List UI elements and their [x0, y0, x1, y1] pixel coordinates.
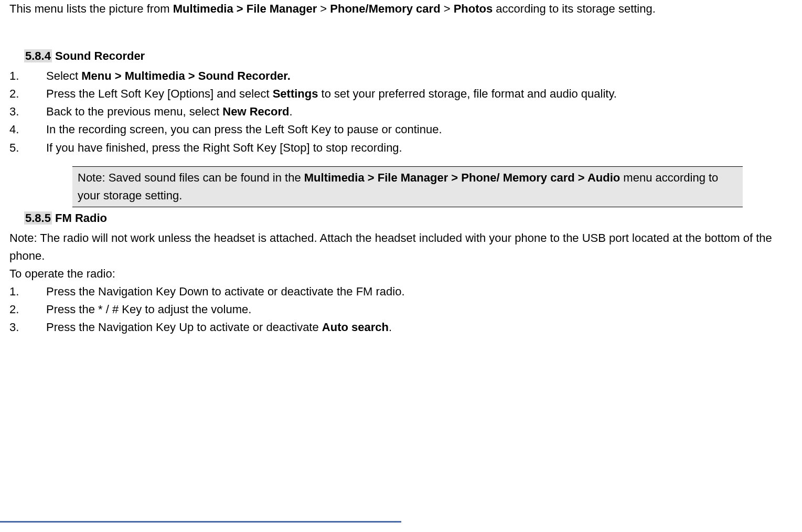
- intro-text-2: >: [317, 2, 330, 15]
- list-text-pre: Back to the previous menu, select: [46, 105, 222, 118]
- intro-bold-2: Phone/Memory card: [330, 2, 440, 15]
- intro-paragraph: This menu lists the picture from Multime…: [9, 0, 793, 18]
- intro-text-1: This menu lists the picture from: [9, 2, 173, 15]
- list-number: 3.: [9, 318, 46, 336]
- intro-text-3: >: [441, 2, 454, 15]
- list-text-pre: Press the Navigation Key Up to activate …: [46, 321, 322, 334]
- list-text-post: .: [289, 105, 292, 118]
- list-number: 4.: [9, 121, 46, 139]
- list-text-pre: Press the Navigation Key Down to activat…: [46, 285, 405, 298]
- list-text-post: .: [389, 321, 392, 334]
- list-body: If you have finished, press the Right So…: [46, 139, 793, 157]
- list-number: 5.: [9, 139, 46, 157]
- list-item: 1.Select Menu > Multimedia > Sound Recor…: [9, 67, 793, 85]
- list-number: 3.: [9, 103, 46, 121]
- list-text-bold: Settings: [273, 87, 318, 100]
- fm-radio-note: Note: The radio will not work unless the…: [9, 229, 793, 265]
- note-text-1: Note: Saved sound files can be found in …: [78, 171, 304, 184]
- intro-text-4: according to its storage setting.: [493, 2, 656, 15]
- sound-recorder-list: 1.Select Menu > Multimedia > Sound Recor…: [9, 67, 793, 156]
- fm-radio-lead: To operate the radio:: [9, 265, 793, 283]
- list-item: 3.Back to the previous menu, select New …: [9, 103, 793, 121]
- list-number: 2.: [9, 85, 46, 103]
- list-item: 5.If you have finished, press the Right …: [9, 139, 793, 157]
- list-text-bold: Auto search: [322, 321, 389, 334]
- note-box-sound-recorder: Note: Saved sound files can be found in …: [72, 166, 743, 207]
- list-body: Select Menu > Multimedia > Sound Recorde…: [46, 67, 793, 85]
- list-body: Press the Navigation Key Down to activat…: [46, 283, 793, 301]
- list-text-pre: In the recording screen, you can press t…: [46, 123, 442, 136]
- section-heading-sound-recorder: 5.8.4 Sound Recorder: [9, 47, 793, 65]
- list-item: 4.In the recording screen, you can press…: [9, 121, 793, 139]
- section-number: 5.8.5: [24, 211, 52, 225]
- list-text-pre: Press the * / # Key to adjust the volume…: [46, 303, 251, 316]
- list-item: 2.Press the * / # Key to adjust the volu…: [9, 301, 793, 318]
- intro-bold-3: Photos: [454, 2, 493, 15]
- section-number: 5.8.4: [24, 49, 52, 62]
- list-body: Back to the previous menu, select New Re…: [46, 103, 793, 121]
- list-body: In the recording screen, you can press t…: [46, 121, 793, 139]
- section-title: Sound Recorder: [52, 49, 145, 62]
- list-text-pre: Press the Left Soft Key [Options] and se…: [46, 87, 273, 100]
- section-heading-fm-radio: 5.8.5 FM Radio: [9, 209, 793, 227]
- intro-bold-1: Multimedia > File Manager: [173, 2, 317, 15]
- list-item: 2.Press the Left Soft Key [Options] and …: [9, 85, 793, 103]
- list-text-bold: Menu > Multimedia > Sound Recorder.: [81, 69, 291, 82]
- list-text-pre: Select: [46, 69, 81, 82]
- fm-radio-list: 1.Press the Navigation Key Down to activ…: [9, 283, 793, 336]
- list-item: 1.Press the Navigation Key Down to activ…: [9, 283, 793, 301]
- list-body: Press the * / # Key to adjust the volume…: [46, 301, 793, 318]
- note-bold-1: Multimedia > File Manager > Phone/ Memor…: [304, 171, 621, 184]
- list-text-bold: New Record: [222, 105, 289, 118]
- list-number: 2.: [9, 301, 46, 318]
- list-item: 3.Press the Navigation Key Up to activat…: [9, 318, 793, 336]
- list-text-pre: If you have finished, press the Right So…: [46, 141, 402, 154]
- list-body: Press the Navigation Key Up to activate …: [46, 318, 793, 336]
- list-number: 1.: [9, 67, 46, 85]
- section-title: FM Radio: [52, 211, 107, 225]
- list-number: 1.: [9, 283, 46, 301]
- list-text-post: to set your preferred storage, file form…: [318, 87, 616, 100]
- list-body: Press the Left Soft Key [Options] and se…: [46, 85, 793, 103]
